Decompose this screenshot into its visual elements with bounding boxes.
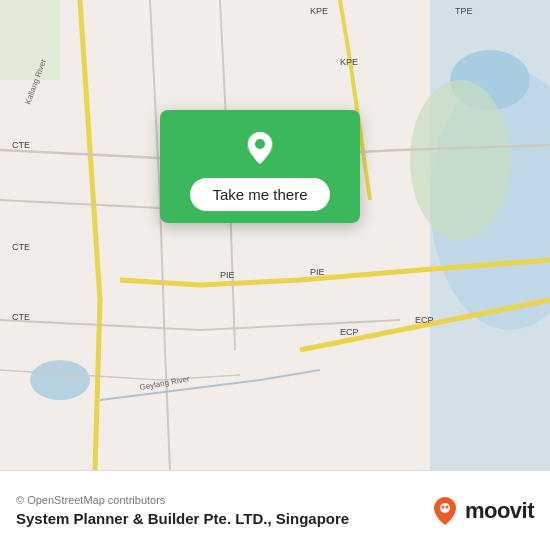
company-name: System Planner & Builder Pte. LTD., Sing… <box>16 510 349 527</box>
svg-text:KPE: KPE <box>310 6 328 16</box>
svg-point-22 <box>441 505 444 508</box>
location-pin-icon <box>240 128 280 168</box>
bottom-info: © OpenStreetMap contributors System Plan… <box>16 494 349 527</box>
svg-point-20 <box>255 139 265 149</box>
location-card: Take me there <box>160 110 360 223</box>
svg-rect-6 <box>0 0 60 80</box>
bottom-bar: © OpenStreetMap contributors System Plan… <box>0 470 550 550</box>
svg-text:TPE: TPE <box>455 6 473 16</box>
svg-point-21 <box>440 503 450 513</box>
moovit-pin-icon <box>429 495 461 527</box>
svg-text:PIE: PIE <box>220 270 235 280</box>
svg-text:PIE: PIE <box>310 267 325 277</box>
moovit-label: moovit <box>465 498 534 524</box>
svg-text:ECP: ECP <box>415 315 434 325</box>
svg-text:CTE: CTE <box>12 140 30 150</box>
svg-text:CTE: CTE <box>12 242 30 252</box>
svg-text:CTE: CTE <box>12 312 30 322</box>
moovit-logo: moovit <box>429 495 534 527</box>
take-me-there-button[interactable]: Take me there <box>190 178 329 211</box>
svg-point-23 <box>445 505 448 508</box>
svg-text:ECP: ECP <box>340 327 359 337</box>
svg-point-4 <box>30 360 90 400</box>
osm-credit: © OpenStreetMap contributors <box>16 494 349 506</box>
map-container: CTE CTE CTE PIE PIE ECP ECP KPE TPE KPE … <box>0 0 550 470</box>
svg-point-5 <box>410 80 510 240</box>
svg-text:KPE: KPE <box>340 57 358 67</box>
